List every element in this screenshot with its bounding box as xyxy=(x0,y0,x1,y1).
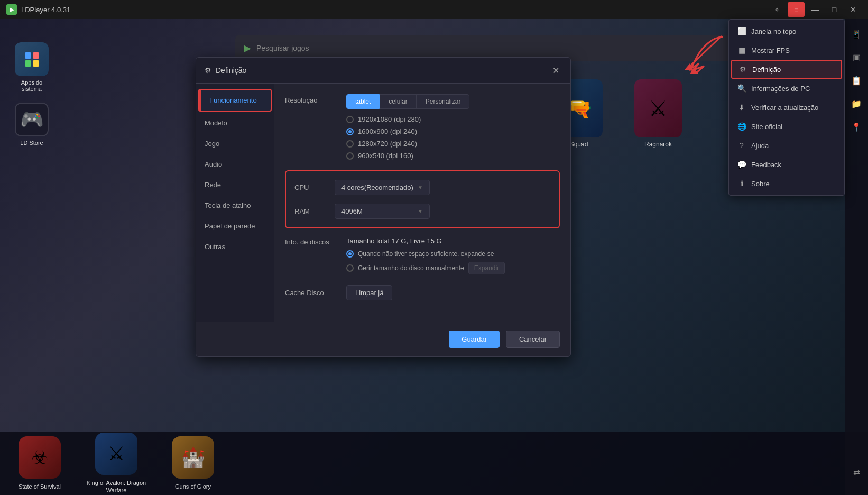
info-pc-label: Informações de PC xyxy=(751,85,810,93)
menu-item-info-pc[interactable]: 🔍 Informações de PC xyxy=(729,79,844,98)
disk-radio-2 xyxy=(346,264,354,272)
disk-total-text: Tamanho total 17 G, Livre 15 G xyxy=(346,237,560,245)
mostrar-fps-icon: ▦ xyxy=(737,46,746,54)
menu-item-feedback[interactable]: 💬 Feedback xyxy=(729,155,844,174)
modal-title: Definição xyxy=(216,66,246,75)
res-option-960[interactable]: 960x540 (dpi 160) xyxy=(346,152,560,160)
desktop: ▶ LDPlayer 4.0.31 ⌖ ≡ — □ ✕ ▶ Pesquisar … xyxy=(0,0,868,495)
definicao-icon: ⚙ xyxy=(738,65,747,74)
ram-label: RAM xyxy=(294,207,326,215)
nav-active-border: Funcionamento xyxy=(198,89,272,112)
settings-gear-icon: ⚙ xyxy=(205,66,211,75)
menu-item-mostrar-fps[interactable]: ▦ Mostrar FPS xyxy=(729,41,844,60)
menu-item-janela-no-topo[interactable]: ⬜ Janela no topo xyxy=(729,22,844,41)
nav-rede[interactable]: Rede xyxy=(196,175,274,195)
verificar-label: Verificar a atualização xyxy=(751,104,818,112)
save-button[interactable]: Guardar xyxy=(449,331,500,348)
tab-tablet[interactable]: tablet xyxy=(346,94,380,109)
disk-radio-1 xyxy=(346,250,354,258)
resolution-label: Resolução xyxy=(285,94,338,104)
ram-select-arrow: ▼ xyxy=(418,208,423,214)
nav-modelo[interactable]: Modelo xyxy=(196,113,274,133)
resolution-tabs: tablet celular Personalizar xyxy=(346,94,560,109)
modal-title-area: ⚙ Definição xyxy=(205,66,246,75)
site-oficial-icon: 🌐 xyxy=(737,122,746,131)
cpu-ram-section: CPU 4 cores(Recomendado) ▼ RAM 4096M ▼ xyxy=(285,170,560,228)
cpu-select-arrow: ▼ xyxy=(418,185,423,190)
nav-tecla-atalho[interactable]: Tecla de atalho xyxy=(196,195,274,216)
tab-personalizar[interactable]: Personalizar xyxy=(417,94,470,109)
janela-topo-icon: ⬜ xyxy=(737,27,746,35)
feedback-label: Feedback xyxy=(751,161,781,169)
modal-header: ⚙ Definição ✕ xyxy=(196,58,570,84)
modal-close-button[interactable]: ✕ xyxy=(549,64,562,77)
radio-1600 xyxy=(346,128,354,135)
sobre-label: Sobre xyxy=(751,180,770,188)
ajuda-icon: ? xyxy=(737,141,746,150)
cpu-label: CPU xyxy=(294,184,326,191)
modal-nav: Funcionamento Modelo Jogo Audio Rede xyxy=(196,84,274,322)
disk-option-expande[interactable]: Quando não tiver espaço suficiente, expa… xyxy=(346,250,560,258)
mostrar-fps-label: Mostrar FPS xyxy=(751,47,790,54)
res-option-1600[interactable]: 1600x900 (dpi 240) xyxy=(346,127,560,135)
disk-info-label: Info. de discos xyxy=(285,237,338,246)
expand-button[interactable]: Expandir xyxy=(468,262,505,274)
cpu-select[interactable]: 4 cores(Recomendado) ▼ xyxy=(335,180,430,195)
disk-option-manual[interactable]: Gerir tamanho do disco manualmente Expan… xyxy=(346,262,560,274)
context-menu: ⬜ Janela no topo ▦ Mostrar FPS ⚙ Definiç… xyxy=(728,19,845,196)
resolution-control: tablet celular Personalizar 1920x1080 (d… xyxy=(346,94,560,160)
nav-papel-parede[interactable]: Papel de parede xyxy=(196,216,274,236)
nav-funcionamento[interactable]: Funcionamento xyxy=(199,90,271,111)
info-pc-icon: 🔍 xyxy=(737,84,746,93)
disk-info-row: Info. de discos Tamanho total 17 G, Livr… xyxy=(285,237,560,279)
nav-outras[interactable]: Outras xyxy=(196,236,274,257)
res-option-1920[interactable]: 1920x1080 (dpi 280) xyxy=(346,115,560,123)
modal-footer: Guardar Cancelar xyxy=(196,322,570,356)
radio-960 xyxy=(346,152,354,160)
menu-item-ajuda[interactable]: ? Ajuda xyxy=(729,136,844,155)
disk-options: Tamanho total 17 G, Livre 15 G Quando nã… xyxy=(346,237,560,279)
resolution-row: Resolução tablet celular Personalizar 19 xyxy=(285,94,560,160)
radio-1280 xyxy=(346,140,354,148)
definicao-label: Definição xyxy=(752,66,781,74)
cancel-button[interactable]: Cancelar xyxy=(506,331,560,348)
menu-item-sobre[interactable]: ℹ Sobre xyxy=(729,174,844,193)
settings-modal: ⚙ Definição ✕ Funcionamento Modelo xyxy=(196,57,571,357)
resolution-options: 1920x1080 (dpi 280) 1600x900 (dpi 240) 1… xyxy=(346,115,560,160)
site-oficial-label: Site oficial xyxy=(751,123,782,131)
modal-main-content: Resolução tablet celular Personalizar 19 xyxy=(274,84,570,322)
menu-item-verificar[interactable]: ⬇ Verificar a atualização xyxy=(729,98,844,117)
janela-topo-label: Janela no topo xyxy=(751,28,796,35)
verificar-icon: ⬇ xyxy=(737,103,746,112)
cache-row: Cache Disco Limpar já xyxy=(285,285,560,300)
tab-celular[interactable]: celular xyxy=(380,94,416,109)
ram-row: RAM 4096M ▼ xyxy=(294,204,550,219)
nav-jogo[interactable]: Jogo xyxy=(196,133,274,154)
ajuda-label: Ajuda xyxy=(751,142,769,150)
cpu-row: CPU 4 cores(Recomendado) ▼ xyxy=(294,180,550,195)
cache-label: Cache Disco xyxy=(285,289,338,297)
nav-audio[interactable]: Audio xyxy=(196,154,274,175)
feedback-icon: 💬 xyxy=(737,160,746,169)
radio-1920 xyxy=(346,116,354,123)
sobre-icon: ℹ xyxy=(737,179,746,188)
menu-item-definicao[interactable]: ⚙ Definição xyxy=(731,60,842,79)
ram-select[interactable]: 4096M ▼ xyxy=(335,204,430,219)
modal-body: Funcionamento Modelo Jogo Audio Rede xyxy=(196,84,570,322)
clean-button[interactable]: Limpar já xyxy=(346,285,392,300)
menu-item-site-oficial[interactable]: 🌐 Site oficial xyxy=(729,117,844,136)
res-option-1280[interactable]: 1280x720 (dpi 240) xyxy=(346,140,560,148)
